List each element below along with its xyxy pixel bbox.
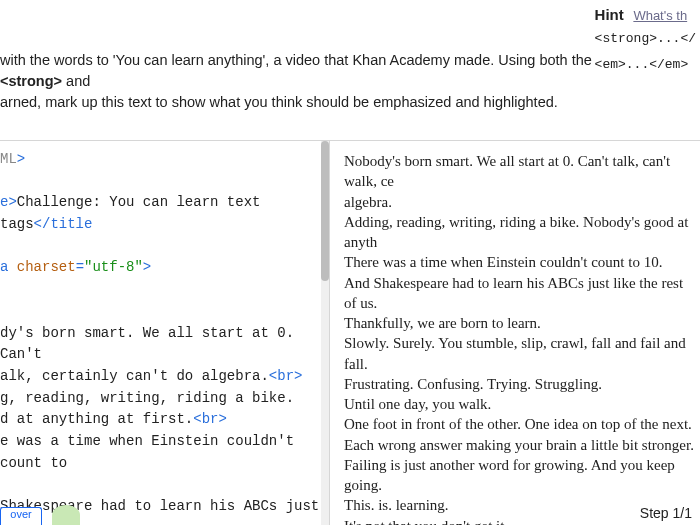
avatar-icon	[52, 505, 80, 525]
preview-line: Thankfully, we are born to learn.	[344, 313, 696, 333]
hover-button[interactable]: over	[0, 507, 42, 525]
hint-panel: Hint What's th <strong>...</ <em>...</em…	[595, 6, 700, 74]
hint-title: Hint	[595, 6, 624, 23]
preview-line: Adding, reading, writing, riding a bike.…	[344, 212, 696, 253]
preview-line: algebra.	[344, 192, 696, 212]
preview-pane: Nobody's born smart. We all start at 0. …	[330, 141, 700, 525]
preview-line: Each wrong answer making your brain a li…	[344, 435, 696, 455]
code-editor[interactable]: ML> e>Challenge: You can learn text tags…	[0, 141, 330, 525]
hint-code-1: <strong>...</	[595, 29, 696, 49]
preview-line: Frustrating. Confusing. Trying. Struggli…	[344, 374, 696, 394]
preview-line: Until one day, you walk.	[344, 394, 696, 414]
preview-line: One foot in front of the other. One idea…	[344, 414, 696, 434]
instruction-text: with the words to 'You can learn anythin…	[0, 50, 610, 113]
step-indicator: Step 1/1	[640, 505, 692, 521]
hint-link[interactable]: What's th	[633, 8, 687, 23]
preview-line: There was a time when Einstein couldn't …	[344, 252, 696, 272]
preview-line: Failing is just another word for growing…	[344, 455, 696, 496]
preview-line: Slowly. Surely. You stumble, slip, crawl…	[344, 333, 696, 374]
preview-line: Nobody's born smart. We all start at 0. …	[344, 151, 696, 192]
code-scrollbar[interactable]	[321, 141, 329, 525]
preview-line: And Shakespeare had to learn his ABCs ju…	[344, 273, 696, 314]
scrollbar-thumb[interactable]	[321, 141, 329, 281]
